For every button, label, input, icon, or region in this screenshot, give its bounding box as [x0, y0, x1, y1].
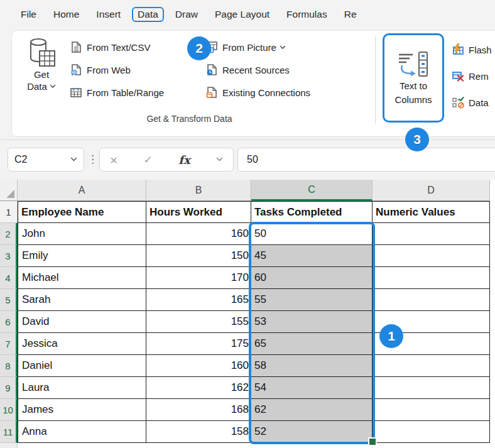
- row-header-12-partial[interactable]: [0, 443, 18, 448]
- menubar: FileHomeInsertDataDrawPage LayoutFormula…: [0, 0, 495, 29]
- cell-c5[interactable]: 55: [251, 289, 373, 311]
- recent-sources-button[interactable]: Recent Sources: [205, 61, 310, 79]
- row-header-7[interactable]: 7: [0, 333, 18, 355]
- cell-b7[interactable]: 175: [146, 333, 251, 355]
- menu-tab-page-layout[interactable]: Page Layout: [209, 7, 275, 22]
- cell-c9[interactable]: 54: [251, 377, 373, 399]
- cell-b4[interactable]: 170: [146, 267, 251, 289]
- cell-c3[interactable]: 45: [251, 245, 373, 267]
- formula-input[interactable]: 50: [237, 148, 495, 172]
- cell-d4[interactable]: [373, 267, 490, 289]
- row-header-4[interactable]: 4: [0, 267, 18, 289]
- row-header-10[interactable]: 10: [0, 399, 18, 421]
- cell-a9[interactable]: Laura: [18, 377, 146, 399]
- menu-tab-home[interactable]: Home: [48, 7, 85, 22]
- cell-a7[interactable]: Jessica: [18, 333, 146, 355]
- cell-c10[interactable]: 62: [251, 399, 373, 421]
- cell-d11[interactable]: [373, 421, 490, 443]
- row-header-3[interactable]: 3: [0, 245, 18, 267]
- from-web-button[interactable]: From Web: [70, 61, 164, 79]
- row-header-6[interactable]: 6: [0, 311, 18, 333]
- menu-tab-formulas[interactable]: Formulas: [281, 7, 333, 22]
- existing-connections-button[interactable]: Existing Connections: [205, 84, 310, 101]
- from-text-csv-label: From Text/CSV: [87, 42, 150, 53]
- cell-c1[interactable]: Tasks Completed: [251, 201, 373, 223]
- cell-c11[interactable]: 52: [251, 421, 373, 443]
- chevron-down-icon: [280, 45, 286, 50]
- cell-b5[interactable]: 165: [146, 289, 251, 311]
- cell-d8[interactable]: [373, 355, 490, 377]
- cell-d10[interactable]: [373, 399, 490, 421]
- cell-c4[interactable]: 60: [251, 267, 373, 289]
- recent-sources-label: Recent Sources: [222, 65, 290, 75]
- row-header-2[interactable]: 2: [0, 223, 18, 245]
- insert-function-icon[interactable]: fx: [178, 153, 190, 167]
- cell-c2[interactable]: 50: [251, 223, 373, 245]
- cell-a6[interactable]: David: [18, 311, 146, 333]
- excel-window: FileHomeInsertDataDrawPage LayoutFormula…: [0, 0, 495, 448]
- name-box[interactable]: C2: [8, 148, 84, 172]
- from-picture-button[interactable]: From Picture: [205, 38, 310, 56]
- cell-b2[interactable]: 160: [146, 223, 251, 245]
- from-text-csv-button[interactable]: From Text/CSV: [70, 38, 164, 56]
- cell-d3[interactable]: [373, 245, 490, 267]
- cell-c7[interactable]: 65: [251, 333, 373, 355]
- row-header-1[interactable]: 1: [0, 201, 18, 223]
- cell-b1[interactable]: Hours Worked: [146, 201, 251, 223]
- cell-a8[interactable]: Daniel: [18, 355, 146, 377]
- cell-c6[interactable]: 53: [251, 311, 373, 333]
- from-table-range-button[interactable]: From Table/Range: [70, 84, 164, 101]
- cell-b3[interactable]: 150: [146, 245, 251, 267]
- cell-b10[interactable]: 168: [146, 399, 251, 421]
- get-data-label-line1: Get: [34, 68, 49, 80]
- cell-d2[interactable]: [373, 223, 490, 245]
- cell-b8[interactable]: 160: [146, 355, 251, 377]
- row-header-8[interactable]: 8: [0, 355, 18, 377]
- cell-c8[interactable]: 58: [251, 355, 373, 377]
- cell-d1[interactable]: Numeric Values: [373, 201, 490, 223]
- ribbon-panel: Get Data From Text/CSV: [11, 30, 495, 137]
- row-header-9[interactable]: 9: [0, 377, 18, 399]
- cell-a3[interactable]: Emily: [18, 245, 146, 267]
- cell-a2[interactable]: John: [18, 223, 146, 245]
- remove-duplicates-button[interactable]: Rem: [452, 67, 492, 85]
- menu-tab-insert[interactable]: Insert: [90, 7, 126, 22]
- cell-b9[interactable]: 162: [146, 377, 251, 399]
- text-to-columns-button[interactable]: Text to Columns: [383, 33, 444, 123]
- from-web-label: From Web: [87, 65, 131, 75]
- flash-fill-button[interactable]: Flash: [452, 41, 492, 58]
- existing-connections-icon: [205, 86, 218, 99]
- cell-d9[interactable]: [373, 377, 490, 399]
- cell-a1[interactable]: Employee Name: [18, 201, 146, 223]
- get-data-icon: [27, 37, 56, 68]
- row-header-5[interactable]: 5: [0, 289, 18, 311]
- menu-tab-file[interactable]: File: [15, 7, 42, 22]
- cell-a5[interactable]: Sarah: [18, 289, 146, 311]
- chevron-down-icon: [70, 157, 77, 162]
- name-box-value: C2: [14, 154, 27, 165]
- cell-d5[interactable]: [373, 289, 490, 311]
- menu-tab-data[interactable]: Data: [132, 7, 164, 22]
- cell-b11[interactable]: 158: [146, 421, 251, 443]
- cell-b6[interactable]: 155: [146, 311, 251, 333]
- cell-a4[interactable]: Michael: [18, 267, 146, 289]
- get-data-button[interactable]: Get Data: [16, 37, 67, 92]
- select-all-corner[interactable]: [0, 180, 18, 201]
- enter-icon[interactable]: ✓: [144, 153, 153, 167]
- formula-buttons: × ✓ fx: [99, 148, 234, 172]
- menu-tab-re[interactable]: Re: [339, 7, 362, 22]
- column-header-d[interactable]: D: [373, 180, 490, 201]
- name-box-splitter[interactable]: ⋮: [87, 153, 98, 166]
- from-picture-label: From Picture: [222, 42, 276, 53]
- column-header-b[interactable]: B: [146, 180, 251, 201]
- ribbon-group-divider: [375, 36, 376, 124]
- cell-a10[interactable]: James: [18, 399, 146, 421]
- existing-connections-label: Existing Connections: [222, 87, 310, 98]
- menu-tab-draw[interactable]: Draw: [170, 7, 204, 22]
- column-header-a[interactable]: A: [18, 180, 146, 201]
- cell-a11[interactable]: Anna: [18, 421, 146, 443]
- cancel-icon[interactable]: ×: [110, 153, 117, 167]
- data-validation-button[interactable]: Data: [452, 94, 492, 111]
- row-header-11[interactable]: 11: [0, 421, 18, 443]
- column-header-c[interactable]: C: [251, 180, 373, 201]
